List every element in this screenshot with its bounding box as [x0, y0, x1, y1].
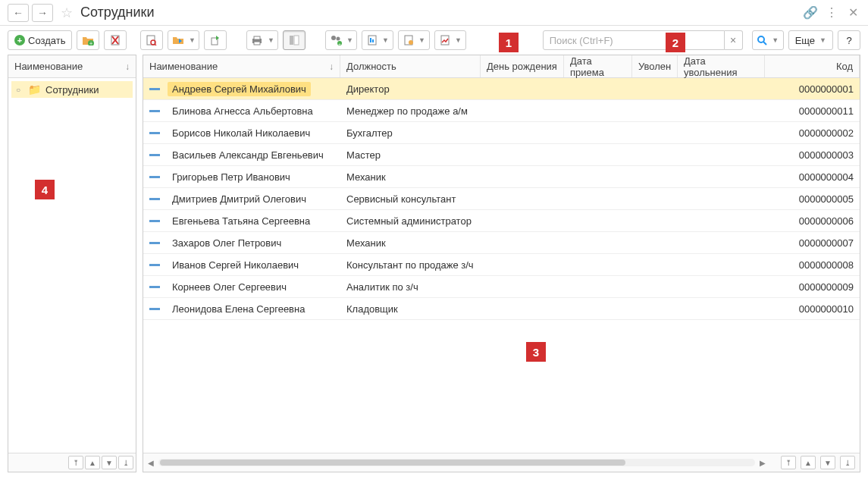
table-row[interactable]: Григорьев Петр ИвановичМеханик0000000004	[143, 166, 860, 188]
col-header-hire-date[interactable]: Дата приема	[564, 55, 632, 77]
callout-4: 4	[35, 180, 55, 199]
chevron-down-icon: ▼	[382, 36, 389, 44]
row-position: Механик	[340, 171, 481, 183]
svg-point-24	[758, 36, 764, 42]
table-row[interactable]: Евгеньева Татьяна СергеевнаСистемный адм…	[143, 210, 860, 232]
row-name: Андреев Сергей Михайлович	[168, 82, 311, 96]
row-code: 0000000010	[765, 303, 860, 315]
scroll-up-button[interactable]: ▲	[85, 456, 100, 469]
scroll-bottom-button[interactable]: ⤓	[840, 456, 855, 469]
hscroll-thumb[interactable]	[160, 460, 625, 466]
callout-3: 3	[526, 342, 546, 362]
chevron-down-icon: ▼	[772, 36, 779, 44]
hscroll-left-icon[interactable]: ◀	[148, 459, 154, 467]
move-to-folder-button[interactable]: ▼	[168, 30, 199, 50]
row-marker-icon	[149, 242, 160, 244]
grid-header: Наименование ↓ Должность День рождения Д…	[143, 55, 860, 78]
report-button[interactable]: ▼	[362, 30, 393, 50]
row-marker-icon	[149, 110, 160, 112]
attach-button[interactable]: ▼	[398, 30, 430, 50]
find-button[interactable]	[140, 30, 163, 50]
export-button[interactable]	[204, 30, 227, 50]
table-row[interactable]: Иванов Сергей НиколаевичКонсультант по п…	[143, 254, 860, 276]
folder-icon: 📁	[28, 83, 41, 96]
col-header-position[interactable]: Должность	[340, 55, 481, 77]
svg-rect-11	[254, 42, 260, 45]
svg-rect-13	[294, 36, 299, 45]
row-marker-icon	[149, 88, 160, 90]
help-button[interactable]: ?	[838, 30, 860, 50]
scroll-bottom-button[interactable]: ⤓	[118, 456, 133, 469]
more-button[interactable]: Еще ▼	[788, 30, 833, 50]
row-marker-icon	[149, 198, 160, 200]
row-position: Бухгалтер	[340, 127, 481, 139]
tree-root-item[interactable]: ○ 📁 Сотрудники	[11, 81, 133, 98]
chart-button[interactable]: ▼	[434, 30, 466, 50]
col-header-fired[interactable]: Уволен	[632, 55, 678, 77]
row-code: 0000000009	[765, 281, 860, 293]
hscroll-right-icon[interactable]: ▶	[760, 459, 766, 467]
table-row[interactable]: Блинова Агнесса АльбертовнаМенеджер по п…	[143, 100, 860, 122]
search-clear-button[interactable]: ×	[725, 30, 743, 50]
tree-area: ○ 📁 Сотрудники	[8, 78, 136, 453]
row-code: 0000000002	[765, 127, 860, 139]
search-options-button[interactable]: ▼	[752, 30, 784, 50]
tree-footer: ⤒ ▲ ▼ ⤓	[8, 453, 136, 472]
grid-panel: Наименование ↓ Должность День рождения Д…	[143, 55, 860, 472]
table-row[interactable]: Борисов Николай НиколаевичБухгалтер00000…	[143, 122, 860, 144]
table-row[interactable]: Дмитриев Дмитрий ОлеговичСервисный консу…	[143, 188, 860, 210]
svg-rect-10	[254, 36, 260, 39]
create-button[interactable]: + Создать	[8, 30, 72, 50]
col-header-code[interactable]: Код	[765, 55, 860, 77]
row-name: Иванов Сергей Николаевич	[168, 258, 303, 272]
row-code: 0000000007	[765, 237, 860, 249]
view-mode-button[interactable]	[283, 30, 306, 50]
row-code: 0000000001	[765, 83, 860, 95]
delete-button[interactable]	[104, 30, 127, 50]
col-header-birthday[interactable]: День рождения	[481, 55, 564, 77]
hscrollbar[interactable]	[158, 459, 755, 466]
scroll-top-button[interactable]: ⤒	[68, 456, 83, 469]
row-position: Менеджер по продаже а/м	[340, 105, 481, 117]
main-area: Наименование ↓ ○ 📁 Сотрудники ⤒ ▲ ▼ ⤓ На…	[0, 55, 868, 480]
collapse-icon[interactable]: ○	[16, 86, 24, 94]
table-row[interactable]: Андреев Сергей МихайловичДиректор0000000…	[143, 78, 860, 100]
kebab-menu-icon[interactable]: ⋮	[824, 5, 839, 20]
row-code: 0000000006	[765, 215, 860, 227]
scroll-top-button[interactable]: ⤒	[781, 456, 796, 469]
table-row[interactable]: Захаров Олег ПетровичМеханик0000000007	[143, 232, 860, 254]
row-marker-icon	[149, 308, 160, 310]
row-marker-icon	[149, 176, 160, 178]
row-code: 0000000004	[765, 171, 860, 183]
row-marker-icon	[149, 220, 160, 222]
favorite-star-icon[interactable]: ☆	[61, 5, 73, 21]
nav-forward-button[interactable]: →	[32, 4, 53, 22]
row-position: Директор	[340, 83, 481, 95]
row-position: Консультант по продаже з/ч	[340, 259, 481, 271]
scroll-down-button[interactable]: ▼	[102, 456, 117, 469]
col-header-fire-date[interactable]: Дата увольнения	[678, 55, 765, 77]
col-header-name[interactable]: Наименование ↓	[143, 55, 340, 77]
users-button[interactable]: + ▼	[325, 30, 357, 50]
scroll-up-button[interactable]: ▲	[801, 456, 816, 469]
row-marker-icon	[149, 286, 160, 288]
row-code: 0000000011	[765, 105, 860, 117]
tree-header[interactable]: Наименование ↓	[8, 55, 136, 78]
row-marker-icon	[149, 264, 160, 266]
table-row[interactable]: Леонидова Елена СергеевнаКладовщик000000…	[143, 298, 860, 320]
row-name: Блинова Агнесса Альбертовна	[168, 104, 318, 118]
close-icon[interactable]: ✕	[845, 5, 860, 20]
table-row[interactable]: Васильев Александр ЕвгеньевичМастер00000…	[143, 144, 860, 166]
print-button[interactable]: ▼	[246, 30, 278, 50]
callout-1: 1	[499, 33, 519, 52]
row-position: Сервисный консультант	[340, 193, 481, 205]
scroll-down-button[interactable]: ▼	[820, 456, 835, 469]
search-input[interactable]	[543, 30, 725, 50]
toolbar: + Создать + ▼ ▼ + ▼ ▼ ▼ ▼	[0, 26, 868, 55]
link-icon[interactable]: 🔗	[803, 5, 818, 20]
chevron-down-icon: ▼	[346, 36, 353, 44]
table-row[interactable]: Корнеев Олег СергеевичАналитик по з/ч000…	[143, 276, 860, 298]
nav-back-button[interactable]: ←	[8, 4, 29, 22]
new-folder-button[interactable]: +	[77, 30, 99, 50]
row-marker-icon	[149, 154, 160, 156]
